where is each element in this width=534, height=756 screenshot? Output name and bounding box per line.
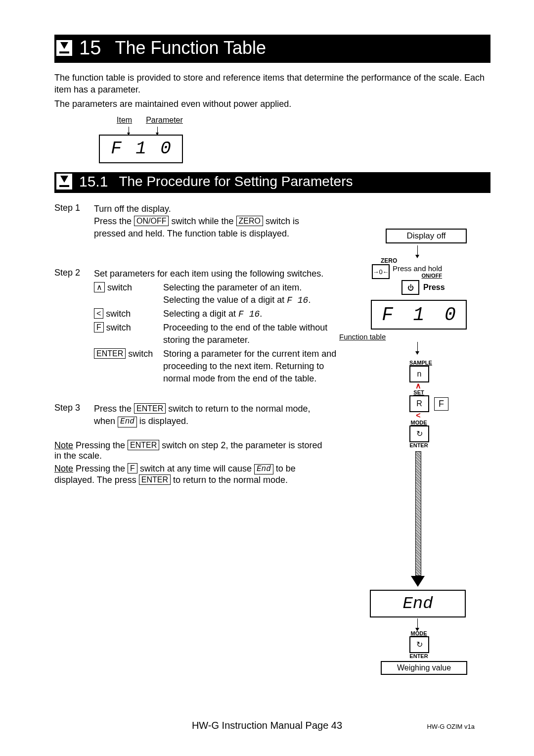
switch-desc: Storing a parameter for the current item… xyxy=(163,348,341,385)
label-item: Item xyxy=(117,116,132,125)
subsection-heading: 15.1 The Procedure for Setting Parameter… xyxy=(54,172,490,193)
arrow-down-icon xyxy=(417,618,418,629)
key-enter: ENTER xyxy=(128,440,159,450)
weighing-value-box: Weighing value xyxy=(381,661,467,675)
subsection-title: The Procedure for Setting Parameters xyxy=(119,174,353,189)
key-stack: SAMPLE n ∧ SET R F < MODE ↻ ENTER xyxy=(409,360,494,448)
note-2: Note Pressing the F switch at any time w… xyxy=(54,463,331,485)
key-enter: ENTER xyxy=(134,403,166,414)
arrow-down-icon xyxy=(413,451,422,587)
power-key-icon: ⏻ xyxy=(401,280,419,295)
f-key: F xyxy=(434,397,448,411)
display-off-box: Display off xyxy=(386,229,467,243)
key-up: ∧ xyxy=(94,282,105,292)
key-f: F xyxy=(94,322,104,332)
function-table-label: Function table xyxy=(339,332,494,341)
switch-desc: Proceeding to the end of the table witho… xyxy=(163,322,341,346)
segment-end: End xyxy=(254,464,273,474)
key-on-off: ON/OFF xyxy=(134,216,169,226)
arrow-down-icon xyxy=(417,245,418,256)
footer-main: HW-G Instruction Manual Page 43 xyxy=(192,720,342,731)
arrow-down-icon xyxy=(129,127,129,134)
switch-desc: Selecting a digit at F 16. xyxy=(163,308,341,321)
step-label: Step 3 xyxy=(54,403,94,427)
section-title: The Function Table xyxy=(115,38,267,58)
section-icon xyxy=(56,174,72,189)
arrow-down-icon xyxy=(417,342,418,353)
caret-left-icon: < xyxy=(409,412,427,419)
subsection-number: 15.1 xyxy=(79,173,108,190)
segment-display: F 1 0 xyxy=(371,300,467,330)
segment-end: End xyxy=(118,417,137,427)
step-label: Step 1 xyxy=(54,203,94,240)
set-key-icon: R xyxy=(409,395,429,412)
zero-key-icon: →0← xyxy=(372,264,390,279)
intro-paragraph-1: The function table is provided to store … xyxy=(54,72,485,96)
segment-display: F 1 0 xyxy=(99,135,183,163)
key-f: F xyxy=(128,463,137,473)
label-parameter: Parameter xyxy=(146,116,183,125)
key-left: < xyxy=(94,308,103,319)
step-label: Step 2 xyxy=(54,268,94,386)
flow-diagram: Display off ZERO →0← Press and hold ON/O… xyxy=(336,229,494,675)
footer-version: HW-G OZIM v1a xyxy=(427,723,475,730)
item-parameter-diagram: Item Parameter F 1 0 xyxy=(99,116,227,163)
mode-enter-key-icon: ↻ xyxy=(409,425,429,442)
note-1: Note Pressing the ENTER switch on step 2… xyxy=(54,440,331,461)
zero-label: ZERO xyxy=(381,257,494,264)
section-heading: 15 The Function Table xyxy=(54,35,490,63)
mode-enter-key-icon: ↻ xyxy=(409,636,429,653)
switch-desc: Selecting the parameter of an item.Selec… xyxy=(163,282,341,307)
sample-key-icon: n xyxy=(409,366,429,382)
arrow-down-icon xyxy=(157,127,158,134)
segment-end-display: End xyxy=(370,590,466,617)
section-number: 15 xyxy=(79,37,101,59)
intro-paragraph-2: The parameters are maintained even witho… xyxy=(54,98,485,110)
key-enter: ENTER xyxy=(94,348,126,359)
page-footer: HW-G Instruction Manual Page 43 HW-G OZI… xyxy=(0,720,534,731)
section-icon xyxy=(56,40,72,56)
key-zero: ZERO xyxy=(236,216,263,226)
key-enter: ENTER xyxy=(139,474,171,485)
caret-up-icon: ∧ xyxy=(409,382,427,389)
